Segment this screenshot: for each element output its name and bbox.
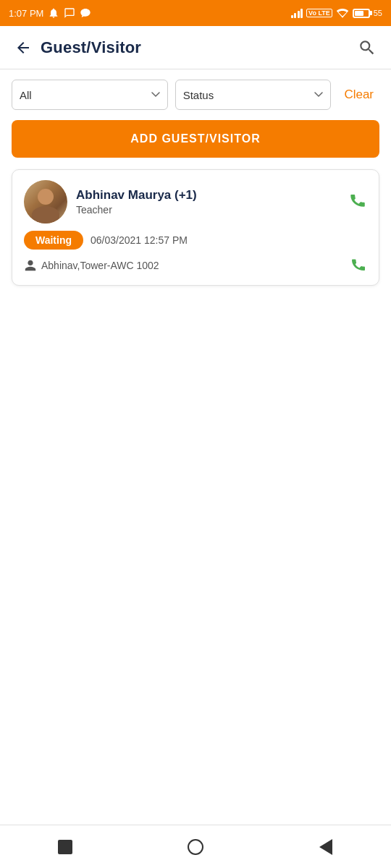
status-bar-right: Vo LTE 55 [291, 8, 382, 18]
triangle-icon [319, 839, 332, 855]
wifi-icon [336, 8, 349, 18]
card-middle-row: Waiting 06/03/2021 12:57 PM [24, 231, 367, 250]
resident-name-tower: Abhinav,Tower-AWC 1002 [41, 260, 159, 271]
clear-button[interactable]: Clear [338, 85, 379, 105]
message-icon [64, 7, 75, 19]
home-button[interactable] [177, 829, 214, 865]
phone-icon-top [348, 190, 367, 209]
time-display: 1:07 PM [9, 8, 43, 19]
bottom-nav [0, 825, 391, 868]
resident-info: Abhinav,Tower-AWC 1002 [24, 259, 159, 272]
battery-percent: 55 [374, 9, 382, 17]
app-title: Guest/Visitor [41, 38, 355, 57]
visitor-card-container: Abhinav Maurya (+1) Teacher Waiting 06/0… [0, 169, 391, 286]
back-arrow-icon [14, 39, 32, 56]
search-button[interactable] [355, 35, 379, 60]
status-filter-select[interactable]: Status Waiting Approved Declined [175, 80, 332, 110]
phone-icon-bottom [350, 255, 367, 273]
visitor-role: Teacher [76, 204, 348, 216]
battery-icon [353, 9, 370, 18]
call-button-top[interactable] [348, 190, 367, 213]
signal-icon [291, 8, 303, 18]
call-button-bottom[interactable] [350, 255, 367, 275]
person-icon [24, 259, 37, 272]
alarm-icon [48, 7, 59, 19]
card-info: Abhinav Maurya (+1) Teacher [76, 188, 348, 216]
volte-badge: Vo LTE [306, 9, 332, 17]
back-nav-button[interactable] [308, 829, 344, 865]
card-bottom-row: Abhinav,Tower-AWC 1002 [24, 255, 367, 275]
avatar [24, 180, 67, 224]
app-bar: Guest/Visitor [0, 26, 391, 69]
status-bar: 1:07 PM Vo LTE 55 [0, 0, 391, 26]
visitor-card[interactable]: Abhinav Maurya (+1) Teacher Waiting 06/0… [12, 169, 379, 286]
filter-row: All Status Waiting Approved Declined Cle… [0, 69, 391, 120]
add-guest-visitor-button[interactable]: ADD GUEST/VISITOR [12, 120, 379, 158]
add-button-container: ADD GUEST/VISITOR [0, 120, 391, 169]
back-button[interactable] [12, 36, 35, 59]
chat-icon [80, 7, 91, 19]
circle-icon [188, 839, 203, 855]
all-filter-select[interactable]: All [12, 80, 168, 110]
recents-button[interactable] [47, 829, 83, 865]
visitor-name: Abhinav Maurya (+1) [76, 188, 348, 203]
status-bar-left: 1:07 PM [9, 7, 91, 19]
status-badge: Waiting [24, 231, 83, 250]
card-top-row: Abhinav Maurya (+1) Teacher [24, 180, 367, 224]
search-icon [358, 38, 377, 57]
square-icon [58, 840, 72, 854]
visit-datetime: 06/03/2021 12:57 PM [91, 234, 188, 246]
